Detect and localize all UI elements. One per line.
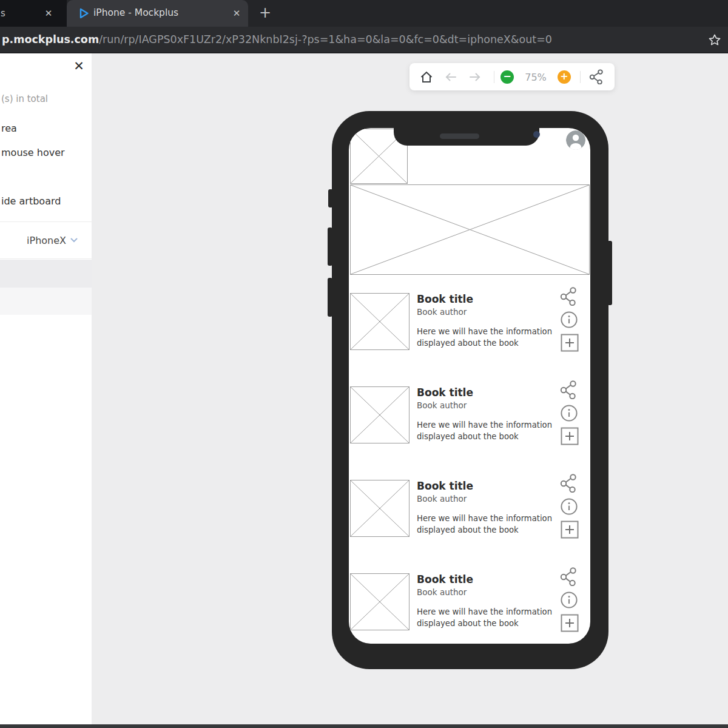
book-description: Here we will have the information displa… (417, 513, 562, 536)
share-icon[interactable] (560, 567, 577, 586)
tab-active[interactable]: iPhone - Mockplus ✕ (67, 0, 248, 27)
close-icon[interactable]: ✕ (231, 7, 243, 19)
book-text: Book title Book author Here we will have… (417, 573, 562, 629)
new-tab-button[interactable]: + (256, 4, 274, 22)
info-icon[interactable] (561, 592, 578, 608)
share-icon[interactable] (589, 69, 604, 85)
option-clickable-area-label[interactable]: rea (1, 123, 17, 134)
add-icon[interactable] (561, 521, 579, 539)
share-icon[interactable] (560, 474, 577, 493)
tab-previous[interactable]: s ✕ (0, 0, 67, 27)
book-text: Book title Book author Here we will have… (417, 386, 562, 442)
front-camera (533, 131, 540, 138)
book-author: Book author (417, 587, 562, 597)
info-icon[interactable] (561, 405, 578, 422)
book-description: Here we will have the information displa… (417, 419, 562, 442)
zoom-out-button[interactable]: − (500, 70, 514, 84)
book-cover-placeholder (350, 293, 410, 350)
add-icon[interactable] (561, 427, 579, 445)
book-author: Book author (417, 400, 562, 410)
toolbar-divider (580, 71, 581, 83)
zoom-in-button[interactable]: + (558, 70, 571, 84)
book-cover-placeholder (350, 386, 410, 443)
book-text: Book title Book author Here we will have… (417, 293, 562, 349)
zoom-level: 75% (522, 71, 550, 83)
pages-total-label: (s) in total (1, 93, 48, 104)
power-button (607, 241, 612, 305)
tab-title: iPhone - Mockplus (93, 7, 178, 18)
chevron-down-icon (70, 238, 78, 243)
book-list-item[interactable]: Book title Book author Here we will have… (350, 293, 589, 384)
book-cover-placeholder (350, 480, 410, 537)
share-icon[interactable] (560, 380, 577, 399)
workspace: ✕ (s) in total rea mouse hover ide artbo… (0, 53, 728, 724)
book-author: Book author (417, 494, 562, 504)
back-arrow-icon[interactable] (444, 70, 457, 84)
panel-gray-band (0, 260, 92, 288)
play-icon (77, 7, 90, 20)
device-selector[interactable]: iPhoneX (0, 222, 92, 258)
book-list-item[interactable]: Book title Book author Here we will have… (350, 573, 589, 644)
url-text: p.mockplus.com/run/rp/IAGPS0xF1UZr2/xP32… (2, 33, 552, 46)
mute-switch (328, 189, 333, 207)
toolbar-divider (494, 71, 494, 83)
option-outside-artboard-label[interactable]: ide artboard (1, 195, 61, 207)
phone-notch (394, 128, 539, 146)
info-icon[interactable] (561, 498, 578, 515)
book-author: Book author (417, 307, 562, 317)
add-icon[interactable] (561, 334, 579, 352)
volume-up-button (328, 228, 332, 266)
book-description: Here we will have the information displa… (417, 606, 562, 629)
add-icon[interactable] (561, 614, 579, 632)
book-title: Book title (417, 480, 562, 492)
window-bottom-edge (0, 724, 728, 728)
book-list-item[interactable]: Book title Book author Here we will have… (350, 480, 589, 571)
url-domain: p.mockplus.com (2, 33, 99, 46)
book-description: Here we will have the information displa… (417, 326, 562, 349)
forward-arrow-icon[interactable] (468, 70, 482, 84)
volume-down-button (328, 278, 332, 317)
book-list-item[interactable]: Book title Book author Here we will have… (350, 386, 589, 477)
avatar[interactable] (566, 130, 585, 150)
address-bar[interactable]: p.mockplus.com/run/rp/IAGPS0xF1UZr2/xP32… (0, 27, 728, 53)
book-title: Book title (417, 386, 562, 399)
option-mouse-hover-label[interactable]: mouse hover (1, 147, 65, 158)
panel-light-band (0, 288, 92, 315)
book-cover-placeholder (350, 573, 410, 630)
settings-panel: ✕ (s) in total rea mouse hover ide artbo… (0, 53, 92, 724)
panel-divider (0, 258, 92, 259)
preview-toolbar: − 75% + (410, 63, 615, 90)
book-title: Book title (417, 573, 562, 585)
phone-screen: Book title Book author Here we will have… (349, 128, 590, 644)
info-icon[interactable] (561, 311, 578, 328)
close-icon[interactable]: ✕ (71, 59, 87, 75)
bookmark-star-icon[interactable] (707, 33, 722, 47)
book-title: Book title (417, 293, 562, 305)
home-icon[interactable] (419, 70, 434, 84)
tab-title-fragment: s (1, 8, 5, 19)
url-path: /run/rp/IAGPS0xF1UZr2/xP32NknbI2sj-?ps=1… (99, 33, 552, 46)
browser-tab-bar: s ✕ iPhone - Mockplus ✕ + (0, 0, 728, 27)
speaker-slot (440, 133, 479, 139)
book-text: Book title Book author Here we will have… (417, 480, 562, 536)
iphone-frame: Book title Book author Here we will have… (332, 111, 608, 669)
close-icon[interactable]: ✕ (42, 7, 55, 19)
device-selector-value: iPhoneX (27, 235, 66, 246)
hero-image-placeholder[interactable] (350, 184, 590, 275)
share-icon[interactable] (560, 287, 577, 306)
